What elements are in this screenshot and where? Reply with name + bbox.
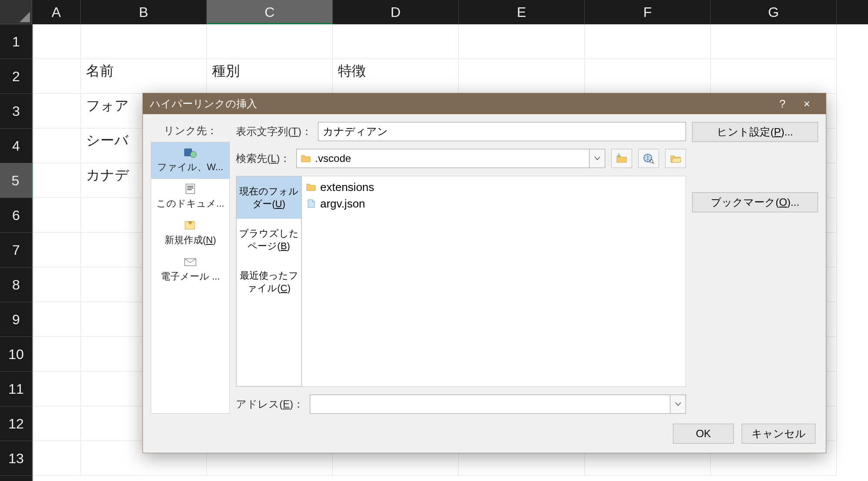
row-header[interactable]: 13 xyxy=(0,441,32,476)
look-in-dropdown-button[interactable] xyxy=(590,149,605,168)
cell[interactable]: 特徴 xyxy=(333,59,459,94)
row-header[interactable]: 1 xyxy=(0,24,32,59)
ok-button[interactable]: OK xyxy=(673,424,734,444)
cell[interactable] xyxy=(32,372,81,406)
link-target-icon xyxy=(183,256,197,268)
cell[interactable] xyxy=(81,24,207,59)
cell[interactable] xyxy=(32,24,81,59)
cell[interactable] xyxy=(711,24,837,59)
file-name: extensions xyxy=(320,181,374,194)
browse-web-button[interactable] xyxy=(638,149,659,168)
display-text-input[interactable] xyxy=(318,122,686,141)
link-to-label: リンク先： xyxy=(151,122,230,142)
folder-icon xyxy=(301,154,311,163)
svg-rect-3 xyxy=(187,186,193,187)
link-target-item[interactable]: 新規作成(N) xyxy=(151,215,229,252)
file-item[interactable]: argv.json xyxy=(306,195,681,212)
chevron-down-icon xyxy=(594,156,600,161)
cell[interactable] xyxy=(585,59,711,94)
cell[interactable] xyxy=(207,24,333,59)
row-header[interactable]: 10 xyxy=(0,337,32,372)
cell[interactable] xyxy=(32,267,81,302)
row-header[interactable]: 5 xyxy=(0,163,32,198)
row-header[interactable]: 7 xyxy=(0,233,32,267)
svg-rect-4 xyxy=(187,188,193,188)
help-button[interactable]: ? xyxy=(770,97,795,111)
cell[interactable] xyxy=(32,233,81,267)
browse-scope-item[interactable]: 最近使ったファイル(C) xyxy=(237,261,301,303)
link-target-item[interactable]: ファイル、W... xyxy=(151,142,229,179)
row-header[interactable]: 4 xyxy=(0,128,32,163)
cell[interactable] xyxy=(32,337,81,372)
cell[interactable] xyxy=(32,198,81,233)
cell[interactable]: 名前 xyxy=(81,59,207,94)
svg-rect-2 xyxy=(186,184,195,194)
row-header[interactable]: 3 xyxy=(0,94,32,128)
link-target-icon xyxy=(183,220,197,232)
look-in-select[interactable]: .vscode xyxy=(296,149,590,168)
look-in-value: .vscode xyxy=(315,152,351,165)
row-header[interactable]: 6 xyxy=(0,198,32,233)
cell[interactable] xyxy=(333,24,459,59)
cell[interactable] xyxy=(32,163,81,198)
column-header[interactable]: A xyxy=(32,0,81,24)
bookmark-button[interactable]: ブックマーク(O)... xyxy=(692,192,818,212)
svg-text:5: 5 xyxy=(618,154,620,158)
cancel-button[interactable]: キャンセル xyxy=(742,424,815,444)
column-header[interactable]: D xyxy=(333,0,459,24)
column-header[interactable]: F xyxy=(585,0,711,24)
insert-hyperlink-dialog: ハイパーリンクの挿入 ? × リンク先： ファイル、W...このドキュメ...新… xyxy=(142,93,826,453)
up-folder-button[interactable]: 5 xyxy=(611,149,632,168)
browse-file-button[interactable] xyxy=(665,149,686,168)
row-header[interactable]: 8 xyxy=(0,267,32,302)
row-header[interactable]: 9 xyxy=(0,302,32,337)
browse-scope-item[interactable]: 現在のフォルダー(U) xyxy=(237,177,301,219)
cell[interactable] xyxy=(585,24,711,59)
display-text-label: 表示文字列(T)： xyxy=(236,125,312,138)
link-target-label: 電子メール ... xyxy=(161,271,220,282)
cell[interactable] xyxy=(459,24,585,59)
link-target-item[interactable]: 電子メール ... xyxy=(151,252,229,288)
link-target-icon xyxy=(183,183,197,195)
link-target-item[interactable]: このドキュメ... xyxy=(151,179,229,215)
cell[interactable] xyxy=(32,441,81,476)
svg-line-11 xyxy=(653,162,654,164)
link-target-icon xyxy=(183,147,197,159)
cell[interactable] xyxy=(459,59,585,94)
column-header[interactable]: G xyxy=(711,0,837,24)
cell[interactable] xyxy=(32,302,81,337)
row-header[interactable]: 11 xyxy=(0,372,32,406)
folder-up-icon: 5 xyxy=(616,154,627,163)
folder-item[interactable]: extensions xyxy=(306,179,681,195)
cell[interactable] xyxy=(32,94,81,128)
dialog-titlebar[interactable]: ハイパーリンクの挿入 ? × xyxy=(143,93,826,114)
link-target-label: このドキュメ... xyxy=(156,198,224,209)
browse-scope-item[interactable]: ブラウズしたページ(B) xyxy=(237,219,301,261)
folder-open-icon xyxy=(670,154,681,163)
cell[interactable] xyxy=(32,128,81,163)
link-target-list: ファイル、W...このドキュメ...新規作成(N)電子メール ... xyxy=(151,142,230,414)
select-all-corner[interactable] xyxy=(0,0,32,24)
close-button[interactable]: × xyxy=(795,97,819,111)
chevron-down-icon xyxy=(675,402,681,406)
link-target-label: ファイル、W... xyxy=(157,161,223,172)
browse-scope-list: 現在のフォルダー(U)ブラウズしたページ(B)最近使ったファイル(C) xyxy=(236,176,301,386)
column-header[interactable]: C xyxy=(207,0,333,24)
file-icon xyxy=(306,199,316,208)
row-header[interactable]: 12 xyxy=(0,406,32,441)
column-header[interactable]: B xyxy=(81,0,207,24)
address-dropdown-button[interactable] xyxy=(670,395,686,414)
address-input[interactable] xyxy=(310,395,670,414)
look-in-label: 検索先(L)： xyxy=(236,152,290,165)
svg-point-1 xyxy=(190,152,196,158)
screentip-button[interactable]: ヒント設定(P)... xyxy=(692,122,818,142)
row-header[interactable]: 2 xyxy=(0,59,32,94)
file-list[interactable]: extensionsargv.json xyxy=(301,176,686,386)
cell[interactable] xyxy=(32,406,81,441)
column-headers: ABCDEFG xyxy=(32,0,868,24)
column-header[interactable]: E xyxy=(459,0,585,24)
address-label: アドレス(E)： xyxy=(236,397,304,411)
cell[interactable] xyxy=(711,59,837,94)
cell[interactable]: 種別 xyxy=(207,59,333,94)
cell[interactable] xyxy=(32,59,81,94)
